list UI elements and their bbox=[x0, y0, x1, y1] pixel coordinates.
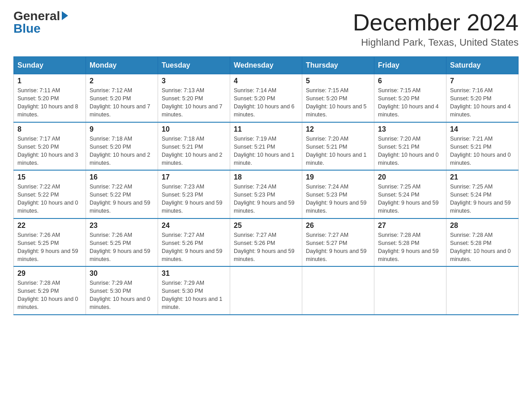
calendar-cell: 4 Sunrise: 7:14 AM Sunset: 5:20 PM Dayli… bbox=[230, 74, 302, 122]
day-info: Sunrise: 7:25 AM Sunset: 5:24 PM Dayligh… bbox=[450, 183, 515, 215]
day-info: Sunrise: 7:29 AM Sunset: 5:30 PM Dayligh… bbox=[162, 279, 226, 312]
day-number: 21 bbox=[450, 173, 515, 181]
day-info: Sunrise: 7:22 AM Sunset: 5:22 PM Dayligh… bbox=[90, 183, 154, 215]
day-number: 18 bbox=[234, 173, 298, 181]
calendar-cell: 1 Sunrise: 7:11 AM Sunset: 5:20 PM Dayli… bbox=[14, 74, 86, 122]
day-number: 9 bbox=[90, 125, 154, 133]
day-number: 16 bbox=[90, 173, 154, 181]
calendar-cell: 19 Sunrise: 7:24 AM Sunset: 5:23 PM Dayl… bbox=[302, 170, 374, 218]
header-friday: Friday bbox=[374, 57, 446, 74]
day-number: 4 bbox=[234, 77, 298, 85]
day-info: Sunrise: 7:28 AM Sunset: 5:28 PM Dayligh… bbox=[378, 231, 442, 264]
day-info: Sunrise: 7:21 AM Sunset: 5:21 PM Dayligh… bbox=[450, 135, 515, 167]
logo: General Blue bbox=[13, 9, 68, 36]
header-tuesday: Tuesday bbox=[158, 57, 230, 74]
day-number: 8 bbox=[17, 125, 82, 133]
day-number: 2 bbox=[90, 77, 154, 85]
day-number: 10 bbox=[162, 125, 226, 133]
day-info: Sunrise: 7:28 AM Sunset: 5:28 PM Dayligh… bbox=[450, 231, 515, 264]
day-info: Sunrise: 7:18 AM Sunset: 5:21 PM Dayligh… bbox=[162, 135, 226, 167]
week-row-1: 1 Sunrise: 7:11 AM Sunset: 5:20 PM Dayli… bbox=[14, 74, 519, 122]
calendar-cell: 12 Sunrise: 7:20 AM Sunset: 5:21 PM Dayl… bbox=[302, 122, 374, 171]
week-row-5: 29 Sunrise: 7:28 AM Sunset: 5:29 PM Dayl… bbox=[14, 266, 519, 315]
calendar-cell bbox=[230, 266, 302, 315]
day-info: Sunrise: 7:29 AM Sunset: 5:30 PM Dayligh… bbox=[90, 279, 154, 312]
day-info: Sunrise: 7:18 AM Sunset: 5:20 PM Dayligh… bbox=[90, 135, 154, 167]
day-number: 5 bbox=[306, 77, 370, 85]
day-info: Sunrise: 7:11 AM Sunset: 5:20 PM Dayligh… bbox=[17, 86, 82, 119]
day-number: 19 bbox=[306, 173, 370, 181]
day-number: 30 bbox=[90, 270, 154, 278]
calendar-cell: 17 Sunrise: 7:23 AM Sunset: 5:23 PM Dayl… bbox=[158, 170, 230, 218]
logo-triangle-icon bbox=[62, 11, 68, 20]
day-number: 23 bbox=[90, 222, 154, 230]
day-info: Sunrise: 7:16 AM Sunset: 5:20 PM Dayligh… bbox=[450, 86, 515, 119]
calendar-cell: 26 Sunrise: 7:27 AM Sunset: 5:27 PM Dayl… bbox=[302, 218, 374, 267]
calendar-cell: 14 Sunrise: 7:21 AM Sunset: 5:21 PM Dayl… bbox=[446, 122, 519, 171]
day-info: Sunrise: 7:27 AM Sunset: 5:27 PM Dayligh… bbox=[306, 231, 370, 264]
calendar-cell: 18 Sunrise: 7:24 AM Sunset: 5:23 PM Dayl… bbox=[230, 170, 302, 218]
calendar-cell: 11 Sunrise: 7:19 AM Sunset: 5:21 PM Dayl… bbox=[230, 122, 302, 171]
calendar-cell: 27 Sunrise: 7:28 AM Sunset: 5:28 PM Dayl… bbox=[374, 218, 446, 267]
day-info: Sunrise: 7:25 AM Sunset: 5:24 PM Dayligh… bbox=[378, 183, 442, 215]
calendar-cell: 9 Sunrise: 7:18 AM Sunset: 5:20 PM Dayli… bbox=[86, 122, 158, 171]
calendar-cell: 5 Sunrise: 7:15 AM Sunset: 5:20 PM Dayli… bbox=[302, 74, 374, 122]
calendar-cell: 22 Sunrise: 7:26 AM Sunset: 5:25 PM Dayl… bbox=[14, 218, 86, 267]
calendar-cell: 6 Sunrise: 7:15 AM Sunset: 5:20 PM Dayli… bbox=[374, 74, 446, 122]
day-info: Sunrise: 7:20 AM Sunset: 5:21 PM Dayligh… bbox=[378, 135, 442, 167]
day-number: 24 bbox=[162, 222, 226, 230]
day-number: 31 bbox=[162, 270, 226, 278]
day-info: Sunrise: 7:17 AM Sunset: 5:20 PM Dayligh… bbox=[17, 135, 82, 167]
calendar-cell: 30 Sunrise: 7:29 AM Sunset: 5:30 PM Dayl… bbox=[86, 266, 158, 315]
calendar-cell: 23 Sunrise: 7:26 AM Sunset: 5:25 PM Dayl… bbox=[86, 218, 158, 267]
calendar-cell: 7 Sunrise: 7:16 AM Sunset: 5:20 PM Dayli… bbox=[446, 74, 519, 122]
day-info: Sunrise: 7:24 AM Sunset: 5:23 PM Dayligh… bbox=[306, 183, 370, 215]
header-wednesday: Wednesday bbox=[230, 57, 302, 74]
location-title: Highland Park, Texas, United States bbox=[353, 37, 519, 48]
day-info: Sunrise: 7:26 AM Sunset: 5:25 PM Dayligh… bbox=[17, 231, 82, 264]
calendar-cell: 31 Sunrise: 7:29 AM Sunset: 5:30 PM Dayl… bbox=[158, 266, 230, 315]
page-header: General Blue December 2024 Highland Park… bbox=[13, 9, 519, 48]
calendar-cell: 13 Sunrise: 7:20 AM Sunset: 5:21 PM Dayl… bbox=[374, 122, 446, 171]
header-saturday: Saturday bbox=[446, 57, 519, 74]
day-number: 14 bbox=[450, 125, 515, 133]
calendar-cell: 20 Sunrise: 7:25 AM Sunset: 5:24 PM Dayl… bbox=[374, 170, 446, 218]
day-number: 25 bbox=[234, 222, 298, 230]
day-info: Sunrise: 7:20 AM Sunset: 5:21 PM Dayligh… bbox=[306, 135, 370, 167]
calendar-cell: 24 Sunrise: 7:27 AM Sunset: 5:26 PM Dayl… bbox=[158, 218, 230, 267]
calendar-cell bbox=[374, 266, 446, 315]
week-row-3: 15 Sunrise: 7:22 AM Sunset: 5:22 PM Dayl… bbox=[14, 170, 519, 218]
day-number: 7 bbox=[450, 77, 515, 85]
day-number: 26 bbox=[306, 222, 370, 230]
day-info: Sunrise: 7:23 AM Sunset: 5:23 PM Dayligh… bbox=[162, 183, 226, 215]
calendar-cell: 10 Sunrise: 7:18 AM Sunset: 5:21 PM Dayl… bbox=[158, 122, 230, 171]
day-info: Sunrise: 7:13 AM Sunset: 5:20 PM Dayligh… bbox=[162, 86, 226, 119]
day-info: Sunrise: 7:27 AM Sunset: 5:26 PM Dayligh… bbox=[234, 231, 298, 264]
day-number: 12 bbox=[306, 125, 370, 133]
day-number: 28 bbox=[450, 222, 515, 230]
calendar-table: SundayMondayTuesdayWednesdayThursdayFrid… bbox=[13, 56, 519, 315]
header-monday: Monday bbox=[86, 57, 158, 74]
calendar-cell: 3 Sunrise: 7:13 AM Sunset: 5:20 PM Dayli… bbox=[158, 74, 230, 122]
calendar-cell bbox=[446, 266, 519, 315]
calendar-cell: 16 Sunrise: 7:22 AM Sunset: 5:22 PM Dayl… bbox=[86, 170, 158, 218]
calendar-cell: 15 Sunrise: 7:22 AM Sunset: 5:22 PM Dayl… bbox=[14, 170, 86, 218]
day-number: 3 bbox=[162, 77, 226, 85]
day-number: 13 bbox=[378, 125, 442, 133]
calendar-header-row: SundayMondayTuesdayWednesdayThursdayFrid… bbox=[14, 57, 519, 74]
title-area: December 2024 Highland Park, Texas, Unit… bbox=[353, 9, 519, 48]
day-info: Sunrise: 7:15 AM Sunset: 5:20 PM Dayligh… bbox=[378, 86, 442, 119]
day-number: 17 bbox=[162, 173, 226, 181]
week-row-2: 8 Sunrise: 7:17 AM Sunset: 5:20 PM Dayli… bbox=[14, 122, 519, 171]
day-info: Sunrise: 7:28 AM Sunset: 5:29 PM Dayligh… bbox=[17, 279, 82, 312]
day-number: 20 bbox=[378, 173, 442, 181]
calendar-cell bbox=[302, 266, 374, 315]
header-thursday: Thursday bbox=[302, 57, 374, 74]
calendar-cell: 21 Sunrise: 7:25 AM Sunset: 5:24 PM Dayl… bbox=[446, 170, 519, 218]
day-info: Sunrise: 7:15 AM Sunset: 5:20 PM Dayligh… bbox=[306, 86, 370, 119]
day-number: 1 bbox=[17, 77, 82, 85]
day-number: 29 bbox=[17, 270, 82, 278]
day-number: 11 bbox=[234, 125, 298, 133]
calendar-cell: 2 Sunrise: 7:12 AM Sunset: 5:20 PM Dayli… bbox=[86, 74, 158, 122]
day-info: Sunrise: 7:19 AM Sunset: 5:21 PM Dayligh… bbox=[234, 135, 298, 167]
